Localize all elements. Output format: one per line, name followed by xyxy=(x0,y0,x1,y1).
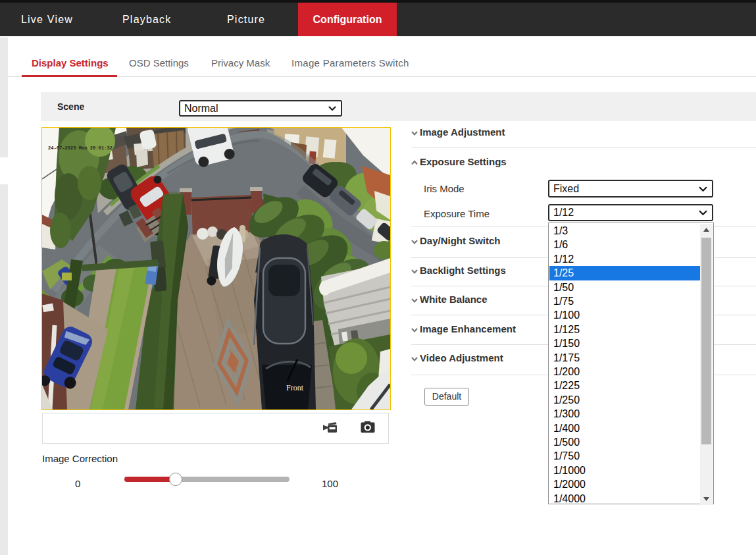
svg-text:Front: Front xyxy=(286,383,304,392)
svg-text:24-07-2023 Mon 20:01:32: 24-07-2023 Mon 20:01:32 xyxy=(48,145,113,151)
